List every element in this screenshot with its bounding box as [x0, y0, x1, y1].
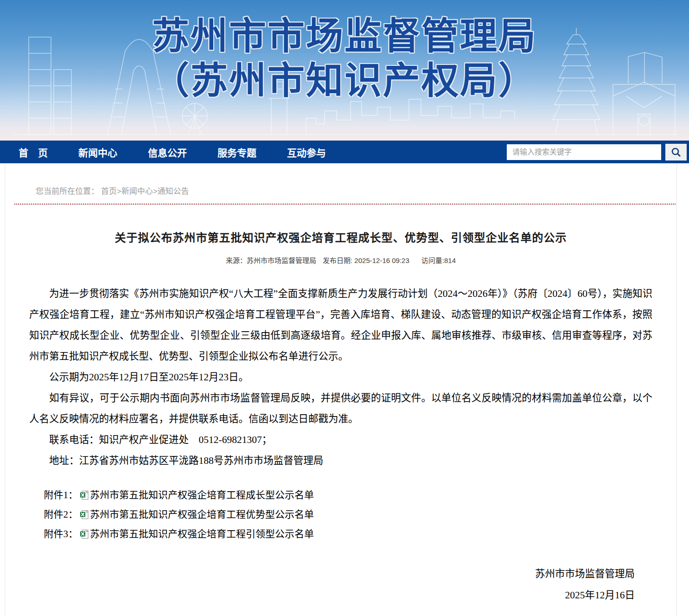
attachment-link-leading-list[interactable]: 苏州市第五批知识产权强企培育工程引领型公示名单	[90, 524, 314, 544]
article: 关于拟公布苏州市第五批知识产权强企培育工程成长型、优势型、引领型企业名单的公示 …	[5, 229, 676, 606]
paragraph-contact-address: 地址：江苏省苏州市姑苏区平泷路188号苏州市市场监督管理局	[29, 450, 652, 471]
dotted-separator	[14, 204, 676, 205]
meta-views: 814	[444, 257, 456, 264]
attachment-row: 附件3： 苏州市第五批知识产权强企培育工程引领型公示名单	[29, 524, 652, 544]
paragraph: 如有异议，可于公示期内书面向苏州市市场监督管理局反映，并提供必要的证明文件。以单…	[29, 388, 652, 430]
breadcrumb: 您当前所在位置： 首页>新闻中心>通知公告	[5, 163, 676, 196]
breadcrumb-path[interactable]: 首页>新闻中心>通知公告	[101, 187, 189, 196]
search-input[interactable]	[507, 144, 661, 160]
search-icon	[670, 147, 682, 158]
meta-source-label: 来源：	[226, 257, 247, 264]
meta-date: 2025-12-16 09:23	[354, 257, 409, 264]
attachment-link-advantage-list[interactable]: 苏州市第五批知识产权强企培育工程优势型公示名单	[90, 505, 314, 524]
attachment-label: 附件1：	[44, 485, 78, 505]
attachment-label: 附件3：	[44, 524, 78, 544]
search-box	[507, 144, 687, 160]
meta-views-label: 访问量:	[421, 257, 444, 264]
signature-org: 苏州市市场监督管理局	[29, 563, 635, 584]
excel-file-icon	[80, 490, 89, 500]
nav-item-news[interactable]: 新闻中心	[78, 145, 117, 159]
nav-item-service-topics[interactable]: 服务专题	[217, 145, 256, 159]
attachment-link-growth-list[interactable]: 苏州市第五批知识产权强企培育工程成长型公示名单	[90, 485, 314, 505]
nav-item-home[interactable]: 首 页	[19, 145, 48, 159]
paragraph: 公示期为2025年12月17日至2025年12月23日。	[29, 367, 652, 388]
breadcrumb-prefix: 您当前所在位置：	[36, 187, 99, 196]
paragraph-contact-phone: 联系电话：知识产权产业促进处 0512-69821307；	[29, 430, 652, 450]
nav-item-interaction[interactable]: 互动参与	[287, 145, 326, 159]
attachment-label: 附件2：	[44, 505, 78, 524]
article-body: 为进一步贯彻落实《苏州市实施知识产权“八大工程”全面支撑新质生产力发展行动计划（…	[29, 283, 652, 471]
meta-source: 苏州市市场监督管理局	[247, 257, 316, 264]
paragraph: 为进一步贯彻落实《苏州市实施知识产权“八大工程”全面支撑新质生产力发展行动计划（…	[29, 283, 652, 367]
signature-date: 2025年12月16日	[29, 584, 635, 606]
signature-block: 苏州市市场监督管理局 2025年12月16日	[29, 563, 652, 606]
attachment-row: 附件1： 苏州市第五批知识产权强企培育工程成长型公示名单	[29, 485, 652, 505]
search-button[interactable]	[665, 144, 687, 160]
header-banner: 苏州市市场监督管理局 （苏州市知识产权局）	[0, 0, 689, 141]
content-container: 您当前所在位置： 首页>新闻中心>通知公告 关于拟公布苏州市第五批知识产权强企培…	[5, 163, 677, 616]
main-navbar: 首 页 新闻中心 信息公开 服务专题 互动参与	[0, 141, 689, 163]
excel-file-icon	[80, 529, 89, 539]
nav-item-info-disclosure[interactable]: 信息公开	[148, 145, 187, 159]
article-title: 关于拟公布苏州市第五批知识产权强企培育工程成长型、优势型、引领型企业名单的公示	[29, 229, 652, 245]
attachment-row: 附件2： 苏州市第五批知识产权强企培育工程优势型公示名单	[29, 505, 652, 524]
site-title-line2: （苏州市知识产权局）	[152, 58, 537, 103]
site-title-line1: 苏州市市场监督管理局	[152, 14, 537, 58]
article-meta: 来源：苏州市市场监督管理局发布日期: 2025-12-16 09:23访问量:8…	[29, 255, 652, 265]
meta-date-label: 发布日期:	[323, 257, 352, 264]
attachments: 附件1： 苏州市第五批知识产权强企培育工程成长型公示名单 附件2：	[29, 485, 652, 544]
excel-file-icon	[80, 510, 89, 520]
